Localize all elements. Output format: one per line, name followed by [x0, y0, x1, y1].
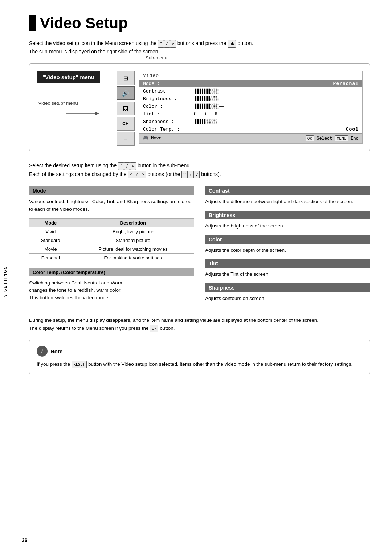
up-button: ^: [158, 40, 164, 48]
page-title: Video Setup: [29, 15, 370, 32]
change-slash-btn: /: [134, 171, 140, 178]
ok-btn-footer: OK: [306, 135, 314, 141]
note-text-post: button with the Video setup icon selecte…: [88, 361, 352, 367]
submenu-bar-brightness: ▐▐▐▐▐▐▐░░░░——: [194, 96, 223, 102]
color-temp-text1: Switching between Cool, Neutral and Warm: [29, 280, 124, 286]
submenu-row-mode: Mode : Personal: [139, 80, 362, 87]
submenu-row-contrast: Contrast : ▐▐▐▐▐▐▐░░░░——: [139, 87, 362, 95]
mode-text: Various contrast, brightness, Color, Tin…: [29, 198, 194, 213]
submenu-title: Video: [139, 71, 362, 80]
submenu-row-color: Color : ▐▐▐▐▐▐▐░░░░——: [139, 103, 362, 110]
change-slash2-btn: /: [188, 171, 194, 178]
ok-btn-bottom: ok: [150, 325, 158, 333]
note-text: If you press the RESET button with the V…: [37, 360, 363, 368]
color-temp-text: Switching between Cool, Neutral and Warm…: [29, 279, 194, 302]
icon-settings: ≡: [117, 132, 135, 146]
intro-text: Select the video setup icon in the Menu …: [29, 39, 370, 56]
select-line2-pre: Each of the settings can be changed by t…: [29, 171, 127, 177]
table-cell: For making favorite settings: [72, 253, 194, 262]
intro-line1-pre: Select the video setup icon in the Menu …: [29, 40, 156, 46]
reset-btn: RESET: [72, 361, 87, 368]
left-column: Mode Various contrast, brightness, Color…: [29, 186, 194, 308]
note-box: i Note If you press the RESET button wit…: [29, 340, 370, 374]
slash1: /: [164, 40, 170, 48]
ok-button-intro: ok: [228, 40, 236, 48]
color-heading: Color: [205, 235, 370, 244]
icon-sound: 🔊: [117, 86, 135, 100]
note-icon: i: [37, 346, 48, 357]
bottom-text: During the setup, the menu display disap…: [29, 316, 370, 332]
submenu-label-tint: Tint :: [143, 111, 194, 117]
menu-highlight-box: "Video setup" menu: [37, 71, 100, 83]
diagram-box: Sub-menu "Video setup" menu "Video setup…: [29, 63, 370, 151]
table-cell: Picture ideal for watching movies: [72, 245, 194, 253]
table-header-desc: Description: [72, 218, 194, 227]
select-line2-mid: buttons (or the: [147, 171, 180, 177]
sel-down-btn: v: [130, 162, 136, 170]
color-temp-text2: changes the tone to a reddish, warm colo…: [29, 287, 121, 293]
sidebar-label-text: TV SETTINGS: [3, 266, 7, 300]
down-button: v: [170, 40, 176, 48]
diagram-arrow: [37, 110, 95, 132]
intro-line2: The sub-menu is displayed on the right s…: [29, 49, 160, 54]
submenu-row-sharpness: Sharpness : ▐▐▐▐▐░░░░░——: [139, 118, 362, 126]
tint-heading: Tint: [205, 259, 370, 268]
brightness-text: Adjusts the brightness of the screen.: [205, 222, 370, 230]
change-gt-btn: >: [140, 171, 146, 178]
sel-slash-btn: /: [124, 162, 130, 170]
title-text: Video Setup: [40, 15, 128, 32]
sharpness-heading: Sharpness: [205, 283, 370, 292]
color-temp-text3: This button switches the video mode: [29, 295, 108, 300]
table-cell: Standard: [29, 236, 72, 245]
note-heading: i Note: [37, 346, 363, 357]
sub-menu-label: Sub-menu: [146, 55, 167, 61]
submenu-label-colortemp: Color Temp. :: [143, 127, 194, 132]
select-line2-post: buttons).: [201, 171, 221, 177]
note-heading-text: Note: [50, 348, 62, 354]
table-cell: Vivid: [29, 227, 72, 236]
submenu-bar-contrast: ▐▐▐▐▐▐▐░░░░——: [194, 89, 223, 94]
table-row: Standard Standard picture: [29, 236, 194, 245]
bottom-line2-pre: The display returns to the Menu screen i…: [29, 325, 148, 331]
footer-select: OK Select MENU End: [306, 135, 359, 141]
intro-line1-mid: buttons and press the: [177, 40, 226, 46]
table-row: Personal For making favorite settings: [29, 253, 194, 262]
note-text-pre: If you press the: [37, 361, 70, 367]
menu-label-area: "Video setup" menu: [37, 100, 78, 106]
bottom-line1: During the setup, the menu display disap…: [29, 317, 318, 323]
submenu-label-color: Color :: [143, 104, 194, 109]
table-cell: Personal: [29, 253, 72, 262]
footer-move: 🎮 Move: [143, 135, 162, 141]
select-pre: Select the desired setup item using the: [29, 163, 117, 168]
color-text: Adjusts the color depth of the screen.: [205, 247, 370, 254]
brightness-heading: Brightness: [205, 211, 370, 219]
submenu-label-contrast: Contrast :: [143, 89, 194, 94]
submenu-bar-color: ▐▐▐▐▐▐▐░░░░——: [194, 104, 223, 109]
change-lt-btn: <: [128, 171, 134, 178]
change-dw-btn: v: [194, 171, 200, 178]
sharpness-text: Adjusts contours on screen.: [205, 295, 370, 303]
right-column: Contrast Adjusts the difference between …: [205, 186, 370, 308]
mode-table: Mode Description Vivid Bright, lively pi…: [29, 218, 194, 262]
menu-btn-footer: MENU: [335, 135, 348, 141]
contrast-text: Adjusts the difference between light and…: [205, 198, 370, 206]
submenu-label-sharpness: Sharpness :: [143, 119, 194, 124]
bottom-line2-post: button.: [160, 325, 175, 331]
submenu-value-colortemp: Cool: [346, 127, 359, 132]
icon-picture: 🖼: [117, 102, 135, 115]
select-post: button in the sub-menu.: [138, 163, 191, 168]
table-row: Vivid Bright, lively picture: [29, 227, 194, 236]
two-col-section: Mode Various contrast, brightness, Color…: [29, 186, 370, 308]
diagram-inner: "Video setup" menu "Video setup" menu ⊞ …: [37, 71, 363, 146]
contrast-heading: Contrast: [205, 186, 370, 195]
table-cell: Movie: [29, 245, 72, 253]
menu-label-text: "Video setup" menu: [37, 100, 78, 106]
table-header-mode: Mode: [29, 218, 72, 227]
submenu-value-mode: Personal: [333, 81, 359, 86]
table-cell: Bright, lively picture: [72, 227, 194, 236]
page-number: 36: [22, 537, 28, 543]
select-text: Select the desired setup item using the …: [29, 161, 370, 178]
icon-grid: ⊞: [117, 71, 135, 85]
submenu-label-brightness: Brightness :: [143, 96, 194, 102]
icons-column: ⊞ 🔊 🖼 CH ≡: [117, 71, 136, 146]
